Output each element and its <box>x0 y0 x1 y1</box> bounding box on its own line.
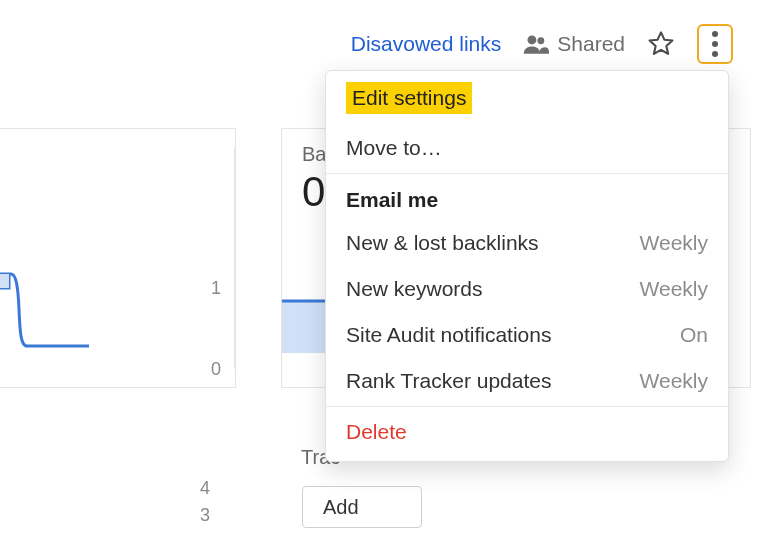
menu-item-label: Edit settings <box>346 82 472 114</box>
menu-item-label: Move to… <box>346 136 442 160</box>
sparkline-chart-left <box>0 264 89 374</box>
axis-tick: 1 <box>211 278 221 299</box>
svg-point-1 <box>538 37 545 44</box>
menu-item-value: Weekly <box>640 369 708 393</box>
menu-item-rank-tracker[interactable]: Rank Tracker updates Weekly <box>326 358 728 404</box>
axis-tick: 4 <box>200 478 210 499</box>
more-menu-dropdown: Edit settings Move to… Email me New & lo… <box>325 70 729 462</box>
axis-tick: 3 <box>200 505 210 525</box>
menu-item-site-audit[interactable]: Site Audit notifications On <box>326 312 728 358</box>
menu-item-edit-settings[interactable]: Edit settings <box>326 71 728 125</box>
add-button-label: Add <box>323 496 359 519</box>
menu-separator <box>326 173 728 174</box>
menu-item-delete[interactable]: Delete <box>326 409 728 455</box>
menu-item-value: On <box>680 323 708 347</box>
shared-label: Shared <box>557 32 625 56</box>
menu-item-label: New & lost backlinks <box>346 231 539 255</box>
menu-item-value: Weekly <box>640 231 708 255</box>
svg-rect-2 <box>0 274 9 288</box>
left-metric-card: 1 0 <box>0 128 236 388</box>
people-icon <box>523 34 549 54</box>
more-menu-button[interactable] <box>697 24 733 64</box>
menu-item-value: Weekly <box>640 277 708 301</box>
axis-tick: 0 <box>211 359 221 380</box>
menu-heading-email-me: Email me <box>326 176 728 220</box>
svg-point-0 <box>528 35 537 44</box>
axis-divider <box>234 147 235 369</box>
menu-item-move-to[interactable]: Move to… <box>326 125 728 171</box>
star-icon[interactable] <box>647 30 675 58</box>
kebab-icon <box>712 31 718 57</box>
disavowed-links-link[interactable]: Disavowed links <box>351 32 502 56</box>
menu-item-label: Site Audit notifications <box>346 323 551 347</box>
top-toolbar: Disavowed links Shared <box>0 22 759 66</box>
tracked-y-ticks: 4 3 <box>200 478 210 526</box>
menu-item-new-keywords[interactable]: New keywords Weekly <box>326 266 728 312</box>
menu-item-new-lost-backlinks[interactable]: New & lost backlinks Weekly <box>326 220 728 266</box>
menu-item-label: Rank Tracker updates <box>346 369 551 393</box>
menu-item-label: Delete <box>346 420 407 444</box>
left-y-axis: 1 0 <box>211 284 221 374</box>
menu-separator <box>326 406 728 407</box>
menu-item-label: New keywords <box>346 277 483 301</box>
shared-button[interactable]: Shared <box>523 32 625 56</box>
add-button[interactable]: Add <box>302 486 422 528</box>
